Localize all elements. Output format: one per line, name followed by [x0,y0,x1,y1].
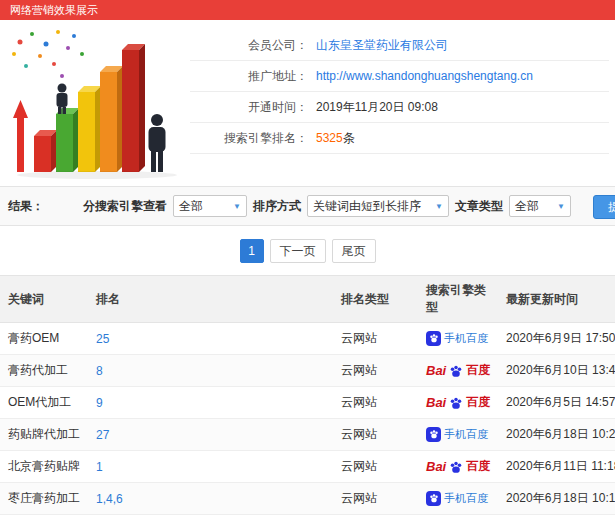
page-title: 网络营销效果展示 [10,3,98,18]
page-current[interactable]: 1 [240,239,264,263]
article-type-select[interactable]: 全部 ▼ [509,195,571,217]
businessman-right [149,114,166,172]
pagination: 1 下一页 尾页 [0,239,615,263]
chevron-down-icon: ▼ [557,202,565,211]
confetti-dots [12,30,84,78]
rank-type-cell: 云网站 [333,419,418,451]
titlebar: 网络营销效果展示 [0,0,615,20]
rank-link[interactable]: 1 [96,460,103,474]
bars-shadow [17,171,177,179]
mobile-baidu-icon [426,427,441,442]
chevron-down-icon: ▼ [233,202,241,211]
article-type-select-value: 全部 [515,198,539,215]
promotion-url-link[interactable]: http://www.shandonghuangshengtang.cn [316,69,533,83]
engine-select[interactable]: 全部 ▼ [173,195,247,217]
sort-select[interactable]: 关键词由短到长排序 ▼ [307,195,449,217]
info-row-url: 推广地址： http://www.shandonghuangshengtang.… [190,61,609,92]
engine-mobile: 手机百度 [426,427,488,442]
engine-cell: 手机百度 [418,419,498,451]
open-time-value: 2019年11月20日 09:08 [316,99,438,116]
updated-cell: 2020年6月18日 10:25 [498,419,615,451]
article-type-label: 文章类型 [455,198,503,215]
baidu-logo-text: Bai [426,363,446,378]
chevron-down-icon: ▼ [435,202,443,211]
header-updated: 最新更新时间 [498,276,615,323]
engine-mobile: 手机百度 [426,331,488,346]
table-row: 膏药OEM 25 云网站 手机百度 2020年6月9日 17:50 [0,323,615,355]
engine-select-value: 全部 [179,198,203,215]
engine-cell: 手机百度 [418,323,498,355]
table-row: 北京膏药贴牌 1 云网站 Bai 百度 2020年6月11日 11:18 [0,451,615,483]
engine-baidu: Bai 百度 [426,458,490,475]
submit-button[interactable]: 提交 [593,195,615,219]
result-label: 结果： [8,198,44,215]
updated-cell: 2020年5月29日 10:32 [498,515,615,520]
engine-cell: Bai 百度 [418,355,498,387]
engine-cell: 手机百度 [418,483,498,515]
mobile-baidu-label: 手机百度 [444,491,488,506]
mobile-baidu-label: 手机百度 [444,427,488,442]
page: 网络营销效果展示 [0,0,615,520]
mobile-baidu-icon [426,491,441,506]
rank-type-cell: 云网站 [333,483,418,515]
table-row: OEM代加工 9 云网站 Bai 百度 2020年6月5日 14:57 [0,387,615,419]
rank-link[interactable]: 8 [96,364,103,378]
keyword-cell: OEM代加工 [0,387,88,419]
growth-chart-illustration [0,20,190,180]
rank-type-cell: 云网站 [333,355,418,387]
table-row: 膏药代加工 8 云网站 Bai 百度 2020年6月10日 13:40 [0,355,615,387]
last-page-button[interactable]: 尾页 [332,239,376,263]
engine-filter-label: 分搜索引擎查看 [83,198,167,215]
company-info-panel: 会员公司： 山东皇圣堂药业有限公司 推广地址： http://www.shand… [190,20,615,186]
baidu-cn-label: 百度 [466,362,490,379]
keyword-cell: 膏药OEM [0,323,88,355]
updated-cell: 2020年6月5日 14:57 [498,387,615,419]
rank-link[interactable]: 25 [96,332,109,346]
info-row-company: 会员公司： 山东皇圣堂药业有限公司 [190,30,609,61]
mobile-baidu-icon [426,331,441,346]
engine-mobile: 手机百度 [426,491,488,506]
company-name-link[interactable]: 山东皇圣堂药业有限公司 [316,37,448,54]
engine-cell: Bai 百度 [418,387,498,419]
header-keyword: 关键词 [0,276,88,323]
rank-type-cell: 云网站 [333,451,418,483]
updated-cell: 2020年6月10日 13:40 [498,355,615,387]
engine-cell: Bai 百度 [418,451,498,483]
open-time-label: 开通时间： [190,99,308,116]
baidu-cn-label: 百度 [466,394,490,411]
rank-link[interactable]: 9 [96,396,103,410]
next-page-button[interactable]: 下一页 [270,239,326,263]
sort-select-value: 关键词由短到长排序 [313,198,421,215]
rank-type-cell: 云网站 [333,387,418,419]
rank-link[interactable]: 27 [96,428,109,442]
results-table-head: 关键词 排名 排名类型 搜索引擎类型 最新更新时间 [0,276,615,323]
growth-chart-svg [2,24,190,182]
bar-orange [100,66,123,172]
results-table: 关键词 排名 排名类型 搜索引擎类型 最新更新时间 膏药OEM 25 云网站 [0,275,615,520]
growth-arrow-icon [13,100,28,172]
header-rank: 排名 [88,276,333,323]
keyword-cell: 膏药代加工 [0,355,88,387]
bar-yellow [78,86,101,172]
header-rank-type: 排名类型 [333,276,418,323]
info-row-open-time: 开通时间： 2019年11月20日 09:08 [190,92,609,123]
rank-link[interactable]: 1,4,6 [96,492,123,506]
baidu-paw-icon [449,364,463,378]
mobile-baidu-label: 手机百度 [444,331,488,346]
engine-baidu: Bai 百度 [426,362,490,379]
rank-count-suffix: 条 [343,130,355,147]
company-label: 会员公司： [190,37,308,54]
rank-type-cell: 云网站 [333,515,418,520]
baidu-logo-text: Bai [426,459,446,474]
table-row: 医疗器械厂家 4 云网站 Bai 百度 2020年5月29日 10:32 [0,515,615,520]
results-table-body: 膏药OEM 25 云网站 手机百度 2020年6月9日 17:50 [0,323,615,520]
updated-cell: 2020年6月18日 10:19 [498,483,615,515]
table-row: 枣庄膏药加工 1,4,6 云网站 手机百度 2020年6月18日 10:19 [0,483,615,515]
rank-count-value: 5325 [316,131,343,145]
info-row-rank-count: 搜索引擎排名： 5325条 [190,123,609,154]
updated-cell: 2020年6月11日 11:18 [498,451,615,483]
baidu-cn-label: 百度 [466,458,490,475]
bar-dark-red-tall [122,44,145,172]
filter-controls: 分搜索引擎查看 全部 ▼ 排序方式 关键词由短到长排序 ▼ 文章类型 全部 ▼ [83,195,571,217]
keyword-cell: 医疗器械厂家 [0,515,88,520]
